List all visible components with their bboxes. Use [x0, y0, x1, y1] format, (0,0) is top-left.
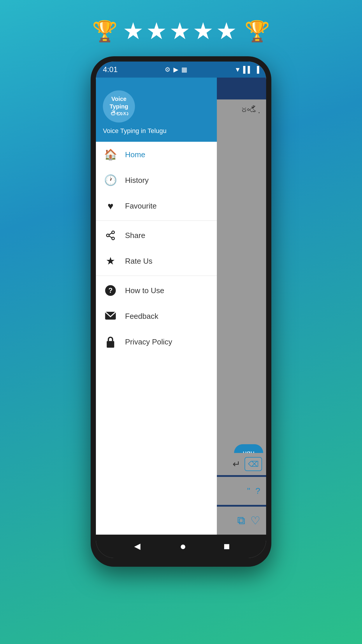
keyboard-area: ↵ ⌫ " ? ⧉ ♡: [217, 453, 266, 535]
status-icons-right: ▼ ▌▌ ▐: [234, 66, 259, 74]
lock-icon: [104, 335, 117, 348]
navigation-drawer: Voice Typing తెలుగు Voice Typing in Telu…: [96, 78, 217, 535]
nav-label-history: History: [125, 176, 149, 185]
nav-label-favourite: Favourite: [125, 202, 157, 211]
nav-label-rate-us: Rate Us: [125, 257, 152, 266]
right-text: దండి.: [220, 105, 263, 115]
keyboard-return-icon[interactable]: ↵: [233, 459, 240, 470]
main-content: Voice Typing తెలుగు Voice Typing in Telu…: [96, 78, 266, 535]
nav-item-how-to-use[interactable]: ? How to Use: [96, 278, 217, 303]
nav-divider-2: [96, 276, 217, 276]
battery-icon: ▐: [254, 66, 259, 74]
back-button[interactable]: ◄: [132, 540, 143, 552]
question-icon: ?: [104, 284, 117, 297]
screenshot-icon: ▦: [181, 66, 187, 74]
nav-item-home[interactable]: 🏠 Home: [96, 142, 217, 167]
keyboard-punctuation-row: " ?: [217, 477, 266, 505]
nav-item-feedback[interactable]: Feedback: [96, 303, 217, 329]
play-icon: ▶: [173, 66, 178, 74]
favourite-icon: ♥: [104, 200, 117, 212]
nav-label-privacy-policy: Privacy Policy: [125, 337, 172, 346]
status-time: 4:01: [103, 65, 118, 74]
drawer-header: Voice Typing తెలుగు Voice Typing in Telu…: [96, 78, 217, 142]
svg-text:?: ?: [108, 287, 113, 294]
keyboard-action-row: ⧉ ♡: [217, 507, 266, 535]
share-icon: [104, 229, 117, 242]
settings-icon: ⚙: [165, 66, 171, 74]
phone-nav-bar: ◄ ● ■: [96, 535, 266, 558]
app-logo-text: Voice Typing తెలుగు: [110, 95, 128, 118]
nav-label-share: Share: [125, 231, 145, 240]
right-panel: దండి. ugu ↵ ⌫ " ?: [217, 78, 266, 535]
app-logo: Voice Typing తెలుగు: [103, 90, 135, 123]
svg-rect-8: [107, 341, 114, 348]
status-bar: 4:01 ⚙ ▶ ▦ ▼ ▌▌ ▐: [96, 62, 266, 78]
right-top-bar: [217, 78, 266, 99]
keyboard-delete-button[interactable]: ⌫: [245, 457, 262, 471]
wifi-icon: ▼: [234, 66, 241, 74]
nav-label-feedback: Feedback: [125, 312, 158, 321]
nav-item-favourite[interactable]: ♥ Favourite: [96, 193, 217, 219]
nav-item-history[interactable]: 🕐 History: [96, 167, 217, 193]
keyboard-top-row: ↵ ⌫: [217, 453, 266, 475]
nav-label-home: Home: [125, 150, 145, 159]
app-name: Voice Typing in Telugu: [103, 127, 210, 135]
nav-section: 🏠 Home 🕐 History ♥ Favourite: [96, 142, 217, 355]
right-content: దండి. ugu ↵ ⌫ " ?: [217, 99, 266, 535]
svg-line-3: [109, 236, 112, 238]
signal-icon: ▌▌: [243, 66, 252, 74]
keyboard-quote-key[interactable]: ": [247, 486, 250, 496]
home-icon: 🏠: [104, 148, 117, 161]
nav-item-privacy-policy[interactable]: Privacy Policy: [96, 329, 217, 355]
star-icon: ★: [104, 255, 117, 267]
phone-frame: 4:01 ⚙ ▶ ▦ ▼ ▌▌ ▐ Voice Typing: [91, 56, 271, 567]
star-rating: ★★★★★: [123, 18, 239, 45]
feedback-icon: [104, 310, 117, 323]
nav-item-rate-us[interactable]: ★ Rate Us: [96, 248, 217, 274]
heart-icon[interactable]: ♡: [250, 514, 260, 527]
nav-item-share[interactable]: Share: [96, 223, 217, 248]
rating-bar: 🏆 ★★★★★ 🏆: [0, 0, 362, 45]
history-icon: 🕐: [104, 174, 117, 187]
svg-line-4: [109, 233, 112, 235]
status-icons-left: ⚙ ▶ ▦: [165, 66, 187, 74]
phone-screen: 4:01 ⚙ ▶ ▦ ▼ ▌▌ ▐ Voice Typing: [96, 62, 266, 558]
home-button[interactable]: ●: [180, 540, 186, 552]
trophy-left-icon: 🏆: [92, 19, 117, 43]
nav-label-how-to-use: How to Use: [125, 286, 164, 295]
keyboard-question-key[interactable]: ?: [255, 486, 260, 496]
nav-divider-1: [96, 220, 217, 221]
recents-button[interactable]: ■: [224, 540, 230, 552]
copy-icon[interactable]: ⧉: [237, 514, 245, 527]
trophy-right-icon: 🏆: [245, 19, 270, 43]
